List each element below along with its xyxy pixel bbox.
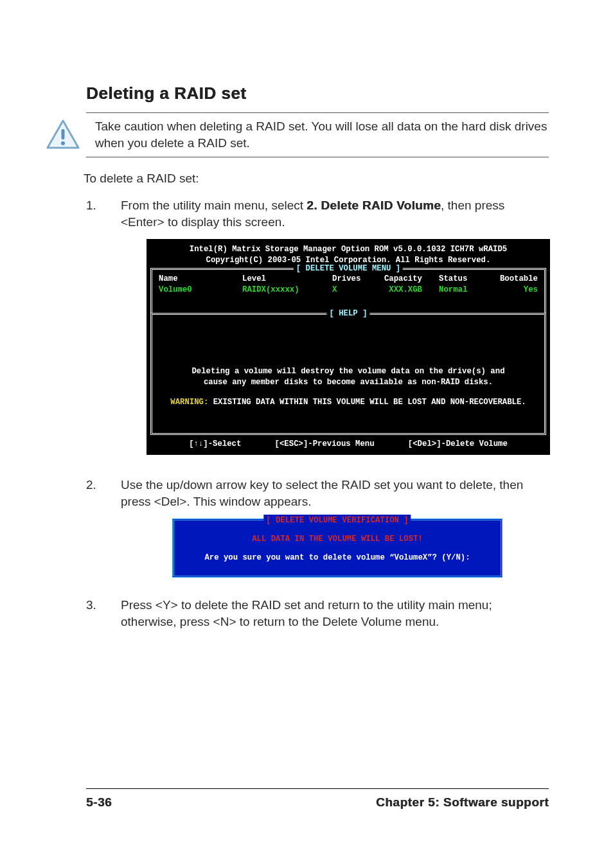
dialog-warning: ALL DATA IN THE VOLUME WILL BE LOST! [181, 533, 494, 545]
cell-capacity: XXX.XGB [371, 285, 422, 296]
chapter-title: Chapter 5: Software support [376, 795, 549, 810]
delete-volume-menu-screenshot: Intel(R) Matrix Storage Manager Option R… [147, 239, 550, 455]
frame-label-delete-menu: [ DELETE VOLUME MENU ] [294, 263, 403, 274]
dialog-question: Are you sure you want to delete volume “… [181, 552, 494, 564]
step-3: Press <Y> to delete the RAID set and ret… [86, 597, 549, 630]
cell-level: RAIDX(xxxxx) [242, 285, 326, 296]
caution-icon [46, 120, 80, 152]
footer-hint-prev: [<ESC>]-Previous Menu [275, 439, 375, 450]
delete-verification-dialog: [ DELETE VOLUME VERIFICATION ] ALL DATA … [172, 518, 502, 578]
cell-status: Normal [429, 285, 480, 296]
steps-list: From the utility main menu, select 2. De… [86, 197, 549, 630]
bios-footer: [↑↓]-Select [<ESC>]-Previous Menu [<Del>… [147, 435, 550, 455]
step-1-menu-item: 2. Delete RAID Volume [306, 199, 441, 212]
dialog-title: [ DELETE VOLUME VERIFICATION ] [263, 515, 411, 527]
footer-hint-delete: [<Del>]-Delete Volume [408, 439, 508, 450]
footer-hint-select: [↑↓]-Select [189, 439, 241, 450]
col-header-status: Status [429, 274, 480, 285]
step-1: From the utility main menu, select 2. De… [86, 197, 549, 455]
warning-label: WARNING: [170, 398, 208, 407]
intro-text: To delete a RAID set: [84, 172, 549, 186]
col-header-capacity: Capacity [371, 274, 422, 285]
page-number: 5-36 [86, 795, 112, 810]
table-row[interactable]: Volume0 RAIDX(xxxxx) X XXX.XGB Normal Ye… [159, 285, 538, 296]
cell-drives: X [332, 285, 364, 296]
bios-title-line1: Intel(R) Matrix Storage Manager Option R… [147, 244, 550, 255]
table-header: Name Level Drives Capacity Status Bootab… [159, 274, 538, 285]
help-frame: [ HELP ] Deleting a volume will destroy … [150, 313, 546, 435]
delete-volume-menu-frame: [ DELETE VOLUME MENU ] Name Level Drives… [150, 268, 546, 313]
step-3-text: Press <Y> to delete the RAID set and ret… [121, 598, 492, 628]
cell-bootable: Yes [486, 285, 538, 296]
step-1-pre: From the utility main menu, select [121, 199, 306, 212]
col-header-bootable: Bootable [486, 274, 538, 285]
caution-block: Take caution when deleting a RAID set. Y… [86, 112, 549, 157]
page: Deleting a RAID set Take caution when de… [0, 0, 613, 835]
caution-text: Take caution when deleting a RAID set. Y… [95, 118, 549, 151]
step-2: Use the up/down arrow key to select the … [86, 477, 549, 578]
svg-point-1 [61, 141, 65, 145]
col-header-level: Level [242, 274, 326, 285]
warning-text: EXISTING DATA WITHIN THIS VOLUME WILL BE… [208, 398, 526, 407]
col-header-drives: Drives [332, 274, 364, 285]
section-heading: Deleting a RAID set [86, 84, 549, 103]
svg-rect-0 [62, 129, 65, 139]
help-line-1: Deleting a volume will destroy the volum… [159, 366, 538, 377]
cell-name: Volume0 [159, 285, 236, 296]
col-header-name: Name [159, 274, 236, 285]
frame-label-help: [ HELP ] [326, 308, 369, 319]
page-footer: 5-36 Chapter 5: Software support [86, 788, 549, 810]
step-2-text: Use the up/down arrow key to select the … [121, 478, 523, 508]
warning-line: WARNING: EXISTING DATA WITHIN THIS VOLUM… [159, 397, 538, 408]
help-line-2: cause any member disks to become availab… [159, 377, 538, 388]
